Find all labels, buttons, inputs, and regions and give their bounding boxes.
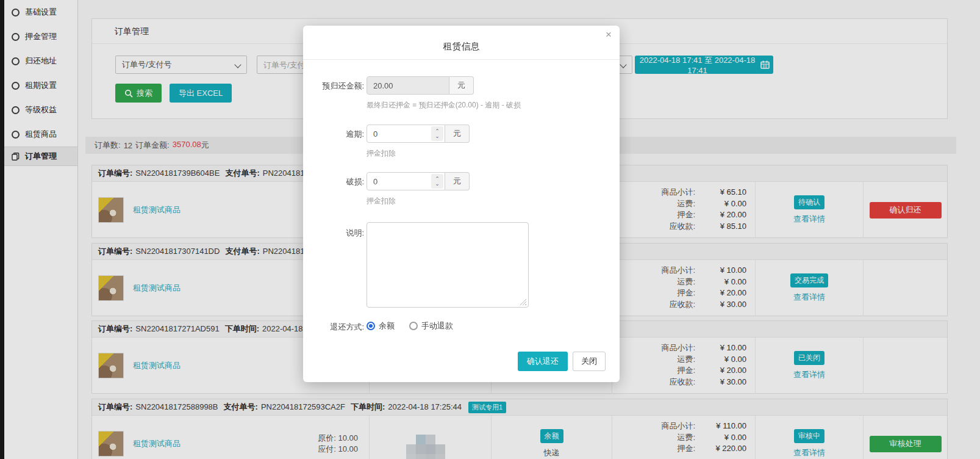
refund-option-balance[interactable]: 余额 [367, 320, 395, 331]
modal-title: 租赁信息 [303, 41, 620, 52]
divider [303, 59, 620, 60]
pre-return-help: 最终归还押金 = 预归还押金(20.00) - 逾期 - 破损 [367, 100, 521, 110]
radio-icon [409, 322, 418, 330]
note-textarea[interactable] [367, 222, 529, 308]
overdue-label: 逾期: [303, 129, 364, 140]
spinner-down-icon[interactable]: ⌄ [435, 181, 440, 186]
damage-label: 破损: [303, 176, 364, 187]
modal-close-button[interactable]: 关闭 [573, 352, 606, 371]
close-icon[interactable]: × [606, 29, 612, 40]
refund-method-label: 退还方式: [303, 322, 364, 333]
radio-icon [367, 322, 375, 330]
stepper-control[interactable]: ⌃ ⌄ [431, 126, 443, 141]
note-label: 说明: [303, 228, 364, 239]
unit-addon: 元 [445, 172, 470, 190]
pre-return-input [367, 76, 449, 95]
overdue-help: 押金扣除 [367, 148, 396, 159]
spinner-down-icon[interactable]: ⌄ [435, 134, 440, 139]
unit-addon: 元 [449, 76, 474, 95]
pre-return-label: 预归还金额: [303, 81, 364, 92]
stepper-control[interactable]: ⌃ ⌄ [431, 174, 443, 189]
confirm-return-button[interactable]: 确认退还 [518, 352, 568, 371]
damage-help: 押金扣除 [367, 196, 396, 206]
unit-addon: 元 [445, 125, 470, 143]
refund-option-manual[interactable]: 手动退款 [409, 320, 453, 331]
rental-info-modal: × 租赁信息 预归还金额: 元 最终归还押金 = 预归还押金(20.00) - … [303, 26, 620, 382]
